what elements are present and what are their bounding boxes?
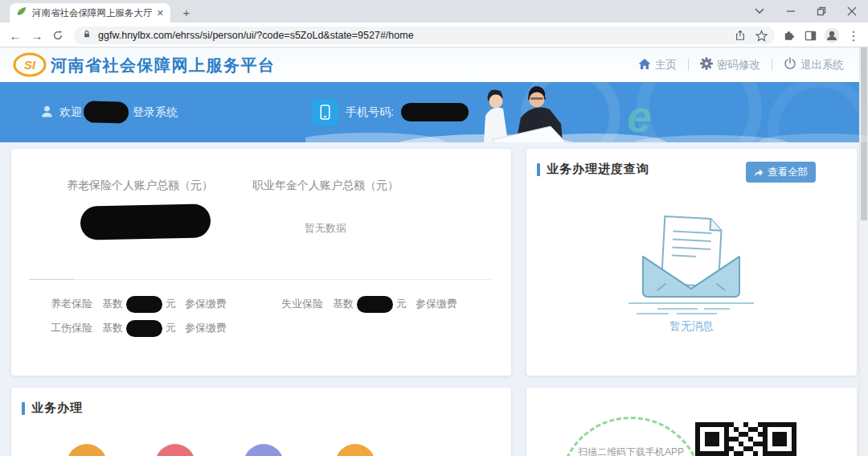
side-panel-icon[interactable] bbox=[801, 27, 819, 44]
business-item-icon[interactable] bbox=[67, 444, 107, 456]
phone-info: 手机号码: bbox=[312, 82, 469, 142]
welcome-message: 欢迎 登录系统 bbox=[40, 82, 178, 142]
extensions-puzzle-icon[interactable] bbox=[780, 27, 797, 44]
site-header: SI 河南省社会保障网上服务平台 主页 密码修改 bbox=[0, 47, 868, 82]
unemployment-insurance-row: 失业保险 基数 元 参保缴费 bbox=[281, 295, 457, 313]
power-icon bbox=[784, 57, 796, 72]
business-title-text: 业务办理 bbox=[31, 401, 83, 416]
svg-text:SI: SI bbox=[24, 58, 36, 72]
business-card-title: 业务办理 bbox=[22, 401, 83, 416]
progress-title-text: 业务办理进度查询 bbox=[547, 162, 649, 177]
view-all-button[interactable]: 查看全部 bbox=[746, 162, 816, 183]
pay-insurance-link[interactable]: 参保缴费 bbox=[416, 297, 457, 311]
share-icon[interactable] bbox=[733, 28, 747, 43]
nav-password-link[interactable]: 密码修改 bbox=[700, 57, 760, 72]
unit-label: 元 bbox=[396, 297, 407, 311]
business-handling-card: 业务办理 bbox=[11, 388, 511, 456]
redacted-pension-amount bbox=[80, 203, 211, 240]
pension-insurance-row: 养老保险 基数 元 参保缴费 bbox=[51, 295, 227, 313]
nav-logout-label: 退出系统 bbox=[800, 58, 844, 72]
view-all-label: 查看全部 bbox=[768, 166, 808, 179]
welcome-suffix: 登录系统 bbox=[133, 105, 178, 120]
minimize-button[interactable] bbox=[779, 0, 803, 23]
nav-separator bbox=[772, 59, 772, 71]
phone-label: 手机号码: bbox=[346, 105, 394, 120]
pay-insurance-link[interactable]: 参保缴费 bbox=[185, 321, 227, 335]
annuity-empty-text: 暂无数据 bbox=[237, 221, 414, 236]
business-item-icon[interactable] bbox=[155, 444, 195, 456]
pay-insurance-link[interactable]: 参保缴费 bbox=[185, 297, 227, 311]
redacted-base-amount bbox=[126, 296, 162, 313]
app-download-card: 扫描二维码下载手机APP bbox=[526, 388, 857, 456]
user-icon bbox=[40, 105, 54, 121]
unit-label: 元 bbox=[166, 297, 176, 311]
bookmark-star-icon[interactable] bbox=[754, 28, 768, 43]
business-item-icon[interactable] bbox=[335, 444, 375, 456]
progress-card-title: 业务办理进度查询 bbox=[537, 162, 649, 177]
redacted-username bbox=[84, 101, 129, 123]
nav-home-link[interactable]: 主页 bbox=[638, 58, 677, 72]
empty-mailbox-illustration bbox=[619, 208, 764, 314]
base-label: 基数 bbox=[102, 321, 123, 335]
business-item-icon[interactable] bbox=[244, 444, 284, 456]
card-divider bbox=[29, 279, 492, 280]
gear-icon bbox=[700, 57, 713, 72]
pension-account-title: 养老保险个人账户总额（元） bbox=[35, 179, 244, 193]
base-label: 基数 bbox=[102, 297, 123, 311]
progress-query-card: 业务办理进度查询 查看全部 暂无消息 bbox=[526, 149, 857, 376]
browser-window: 河南省社会保障网上服务大厅（ ✕ + ← → ggfw.hnylbx.com/e… bbox=[0, 0, 868, 456]
reload-button[interactable] bbox=[49, 27, 67, 44]
tab-strip: 河南省社会保障网上服务大厅（ ✕ + bbox=[0, 0, 868, 23]
insurance-name: 养老保险 bbox=[51, 297, 92, 311]
site-title: 河南省社会保障网上服务平台 bbox=[51, 55, 276, 76]
title-accent-bar bbox=[22, 402, 25, 415]
browser-tab[interactable]: 河南省社会保障网上服务大厅（ ✕ bbox=[10, 3, 170, 23]
nav-separator bbox=[688, 59, 689, 71]
home-icon bbox=[638, 58, 651, 72]
browser-toolbar: ← → ggfw.hnylbx.com/ehrss/si/person/ui/?… bbox=[0, 23, 868, 47]
no-message-text: 暂无消息 bbox=[526, 319, 857, 334]
lock-icon bbox=[82, 28, 92, 43]
qr-code bbox=[695, 422, 796, 456]
chevron-down-icon[interactable] bbox=[747, 0, 772, 23]
window-close-button[interactable] bbox=[840, 0, 864, 23]
url-bar[interactable]: ggfw.hnylbx.com/ehrss/si/person/ui/?code… bbox=[74, 27, 775, 44]
profile-avatar[interactable] bbox=[823, 27, 841, 44]
welcome-banner: e 欢迎 登录系统 手 bbox=[0, 82, 868, 142]
redacted-phone-number bbox=[401, 103, 469, 121]
favicon-leaf-icon bbox=[16, 6, 27, 20]
phone-icon bbox=[312, 99, 338, 125]
insurance-name: 工伤保险 bbox=[51, 321, 92, 335]
arrow-icon bbox=[754, 168, 764, 177]
maximize-button[interactable] bbox=[809, 0, 833, 23]
redacted-base-amount bbox=[126, 320, 162, 337]
qr-caption: 扫描二维码下载手机APP bbox=[559, 446, 703, 456]
welcome-prefix: 欢迎 bbox=[59, 105, 82, 120]
header-nav: 主页 密码修改 退出系统 bbox=[638, 47, 844, 82]
nav-logout-link[interactable]: 退出系统 bbox=[784, 57, 844, 72]
back-button[interactable]: ← bbox=[6, 27, 24, 44]
title-accent-bar bbox=[537, 163, 540, 176]
account-summary-card: 养老保险个人账户总额（元） 职业年金个人账户总额（元） 暂无数据 养老保险 基数… bbox=[11, 149, 511, 376]
card-divider-accent bbox=[29, 279, 74, 280]
nav-password-label: 密码修改 bbox=[717, 58, 760, 72]
social-insurance-logo: SI bbox=[13, 52, 47, 77]
tab-title: 河南省社会保障网上服务大厅（ bbox=[32, 7, 152, 19]
annuity-account-title: 职业年金个人账户总额（元） bbox=[237, 179, 414, 193]
url-text: ggfw.hnylbx.com/ehrss/si/person/ui/?code… bbox=[98, 30, 414, 41]
unit-label: 元 bbox=[166, 321, 176, 335]
nav-home-label: 主页 bbox=[655, 58, 677, 72]
redacted-base-amount bbox=[357, 296, 393, 313]
base-label: 基数 bbox=[333, 297, 354, 311]
svg-text:e: e bbox=[627, 91, 652, 142]
new-tab-button[interactable]: + bbox=[178, 5, 194, 21]
forward-button[interactable]: → bbox=[28, 27, 46, 44]
injury-insurance-row: 工伤保险 基数 元 参保缴费 bbox=[51, 319, 227, 337]
tab-close-icon[interactable]: ✕ bbox=[157, 9, 164, 18]
insurance-name: 失业保险 bbox=[281, 297, 323, 311]
browser-menu-dots-icon[interactable]: ⋮ bbox=[845, 27, 862, 44]
